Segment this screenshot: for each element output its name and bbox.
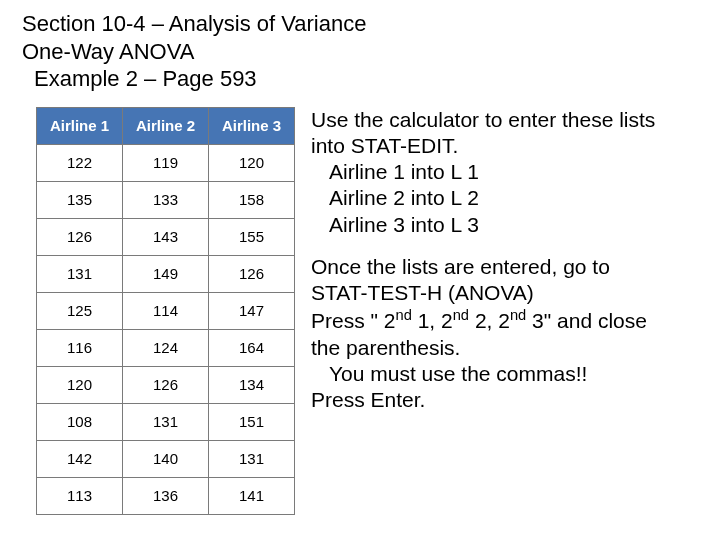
col-header: Airline 1 (37, 107, 123, 144)
superscript: nd (395, 307, 411, 323)
title-block: Section 10-4 – Analysis of Variance One-… (22, 10, 698, 93)
instruction-para-2: Once the lists are entered, go to STAT-T… (311, 254, 671, 414)
title-line-2: One-Way ANOVA (22, 38, 698, 66)
table-row: 116124164 (37, 329, 295, 366)
cell: 131 (123, 403, 209, 440)
instruction-para-1: Use the calculator to enter these lists … (311, 107, 671, 238)
cell: 119 (123, 144, 209, 181)
cell: 164 (209, 329, 295, 366)
table-row: 142140131 (37, 440, 295, 477)
cell: 126 (123, 366, 209, 403)
cell: 133 (123, 181, 209, 218)
cell: 120 (37, 366, 123, 403)
text: 1, 2 (412, 309, 453, 332)
text: Press " 2 (311, 309, 395, 332)
table-row: 126143155 (37, 218, 295, 255)
cell: 120 (209, 144, 295, 181)
text: Once the lists are entered, go to STAT-T… (311, 255, 610, 304)
superscript: nd (453, 307, 469, 323)
table-row: 131149126 (37, 255, 295, 292)
cell: 143 (123, 218, 209, 255)
cell: 141 (209, 477, 295, 514)
cell: 116 (37, 329, 123, 366)
cell: 147 (209, 292, 295, 329)
cell: 149 (123, 255, 209, 292)
col-header: Airline 3 (209, 107, 295, 144)
cell: 108 (37, 403, 123, 440)
cell: 126 (37, 218, 123, 255)
table-row: 108131151 (37, 403, 295, 440)
superscript: nd (510, 307, 526, 323)
cell: 151 (209, 403, 295, 440)
cell: 125 (37, 292, 123, 329)
cell: 114 (123, 292, 209, 329)
table-row: 122119120 (37, 144, 295, 181)
text: You must use the commas!! (311, 361, 671, 387)
text: 2, 2 (469, 309, 510, 332)
col-header: Airline 2 (123, 107, 209, 144)
cell: 142 (37, 440, 123, 477)
cell: 134 (209, 366, 295, 403)
instructions: Use the calculator to enter these lists … (311, 107, 671, 430)
cell: 113 (37, 477, 123, 514)
cell: 140 (123, 440, 209, 477)
table-header-row: Airline 1 Airline 2 Airline 3 (37, 107, 295, 144)
table-row: 125114147 (37, 292, 295, 329)
data-table: Airline 1 Airline 2 Airline 3 122119120 … (36, 107, 295, 515)
text: Press Enter. (311, 388, 425, 411)
title-line-1: Section 10-4 – Analysis of Variance (22, 10, 698, 38)
cell: 158 (209, 181, 295, 218)
cell: 126 (209, 255, 295, 292)
cell: 122 (37, 144, 123, 181)
table-row: 113136141 (37, 477, 295, 514)
text: Airline 1 into L 1 (311, 159, 671, 185)
text: Airline 2 into L 2 (311, 185, 671, 211)
cell: 124 (123, 329, 209, 366)
cell: 131 (209, 440, 295, 477)
cell: 131 (37, 255, 123, 292)
text: Use the calculator to enter these lists … (311, 108, 655, 157)
table-row: 135133158 (37, 181, 295, 218)
cell: 136 (123, 477, 209, 514)
title-line-3: Example 2 – Page 593 (22, 65, 698, 93)
cell: 155 (209, 218, 295, 255)
cell: 135 (37, 181, 123, 218)
text: Airline 3 into L 3 (311, 212, 671, 238)
table-row: 120126134 (37, 366, 295, 403)
